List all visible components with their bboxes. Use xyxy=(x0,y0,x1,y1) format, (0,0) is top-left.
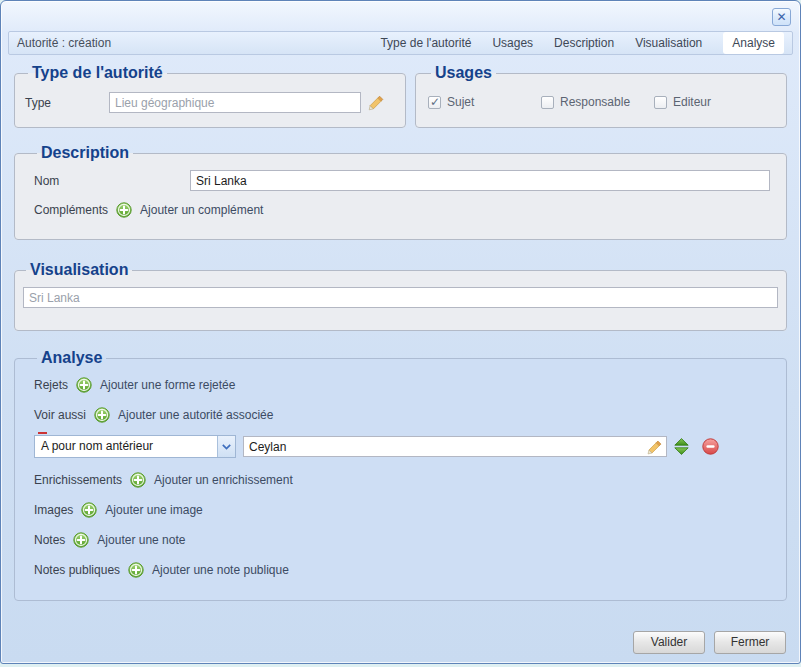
relation-type-value: A pour nom antérieur xyxy=(35,436,217,457)
tab-type-autorite[interactable]: Type de l'autorité xyxy=(380,36,471,50)
tab-visualisation[interactable]: Visualisation xyxy=(635,36,702,50)
plus-circle-icon[interactable] xyxy=(81,502,97,518)
relation-name-input[interactable] xyxy=(243,436,667,457)
section-legend: Type de l'autorité xyxy=(28,64,167,82)
section-legend: Visualisation xyxy=(26,261,132,279)
section-legend: Usages xyxy=(431,64,496,82)
relation-type-combo[interactable]: A pour nom antérieur xyxy=(34,435,236,458)
voir-aussi-row: Voir aussi Ajouter une autorité associée xyxy=(34,407,772,423)
plus-circle-icon[interactable] xyxy=(130,472,146,488)
images-label: Images xyxy=(34,503,73,517)
checkbox-editeur[interactable] xyxy=(654,96,667,109)
nom-field-label: Nom xyxy=(34,174,190,188)
checkbox-responsable[interactable] xyxy=(541,96,554,109)
add-image-link[interactable]: Ajouter une image xyxy=(105,503,202,517)
visualisation-input[interactable] xyxy=(23,287,778,308)
enrichissements-row: Enrichissements Ajouter un enrichissemen… xyxy=(34,472,772,488)
tab-bar: Type de l'autorité Usages Description Vi… xyxy=(380,32,784,54)
section-legend: Description xyxy=(37,144,133,162)
usage-responsable: Responsable xyxy=(541,95,654,109)
dialog-content: Type de l'autorité Type Usages xyxy=(8,55,793,601)
close-button[interactable]: ✕ xyxy=(772,8,791,26)
relation-name-field xyxy=(243,436,667,457)
chevron-down-icon[interactable] xyxy=(217,436,235,457)
notes-publiques-label: Notes publiques xyxy=(34,563,120,577)
nom-input[interactable] xyxy=(190,170,770,191)
fermer-button[interactable]: Fermer xyxy=(714,631,786,654)
checkbox-responsable-label: Responsable xyxy=(560,95,630,109)
images-row: Images Ajouter une image xyxy=(34,502,772,518)
tab-usages[interactable]: Usages xyxy=(492,36,533,50)
section-legend: Analyse xyxy=(37,349,106,367)
add-enrichissement-link[interactable]: Ajouter un enrichissement xyxy=(154,473,293,487)
plus-circle-icon[interactable] xyxy=(116,202,132,218)
section-description: Description Nom Compléments Ajouter un c… xyxy=(14,144,787,240)
add-complement-link[interactable]: Ajouter un complément xyxy=(140,203,263,217)
add-forme-rejetee-link[interactable]: Ajouter une forme rejetée xyxy=(100,378,235,392)
add-note-link[interactable]: Ajouter une note xyxy=(97,533,185,547)
type-field-label: Type xyxy=(25,96,109,110)
checkbox-editeur-label: Editeur xyxy=(673,95,711,109)
notes-label: Notes xyxy=(34,533,65,547)
dialog-title: Autorité : création xyxy=(17,36,111,50)
notes-row: Notes Ajouter une note xyxy=(34,532,772,548)
plus-circle-icon[interactable] xyxy=(76,377,92,393)
usage-editeur: Editeur xyxy=(654,95,767,109)
header-bar: Autorité : création Type de l'autorité U… xyxy=(8,31,793,55)
dialog-window: ✕ Autorité : création Type de l'autorité… xyxy=(0,0,801,664)
notes-publiques-row: Notes publiques Ajouter une note publiqu… xyxy=(34,562,772,578)
complements-label: Compléments xyxy=(34,203,108,217)
checkbox-sujet[interactable] xyxy=(428,96,441,109)
rejets-label: Rejets xyxy=(34,378,68,392)
tab-description[interactable]: Description xyxy=(554,36,614,50)
section-type-autorite: Type de l'autorité Type xyxy=(14,64,406,128)
pencil-icon[interactable] xyxy=(367,94,385,112)
pencil-icon[interactable] xyxy=(646,439,663,456)
close-icon: ✕ xyxy=(776,10,786,24)
tab-analyse[interactable]: Analyse xyxy=(723,32,784,54)
add-autorite-associee-link[interactable]: Ajouter une autorité associée xyxy=(118,408,273,422)
add-note-publique-link[interactable]: Ajouter une note publique xyxy=(152,563,289,577)
usage-sujet: Sujet xyxy=(428,95,541,109)
plus-circle-icon[interactable] xyxy=(128,562,144,578)
sort-up-down-icon[interactable] xyxy=(674,438,689,455)
checkbox-sujet-label: Sujet xyxy=(447,95,474,109)
footer-buttons: Valider Fermer xyxy=(633,631,786,654)
section-visualisation: Visualisation xyxy=(14,261,787,331)
enrichissements-label: Enrichissements xyxy=(34,473,122,487)
relation-row: A pour nom antérieur xyxy=(34,435,772,458)
minus-circle-icon[interactable] xyxy=(702,438,719,455)
plus-circle-icon[interactable] xyxy=(73,532,89,548)
rejets-row: Rejets Ajouter une forme rejetée xyxy=(34,377,772,393)
invalid-marker xyxy=(38,432,47,434)
titlebar: ✕ xyxy=(8,1,793,31)
type-input[interactable] xyxy=(109,92,361,113)
section-usages: Usages Sujet Responsable Editeur xyxy=(415,64,787,128)
valider-button[interactable]: Valider xyxy=(633,631,705,654)
voir-aussi-label: Voir aussi xyxy=(34,408,86,422)
plus-circle-icon[interactable] xyxy=(94,407,110,423)
section-analyse: Analyse Rejets Ajouter une forme rejetée… xyxy=(14,349,787,601)
